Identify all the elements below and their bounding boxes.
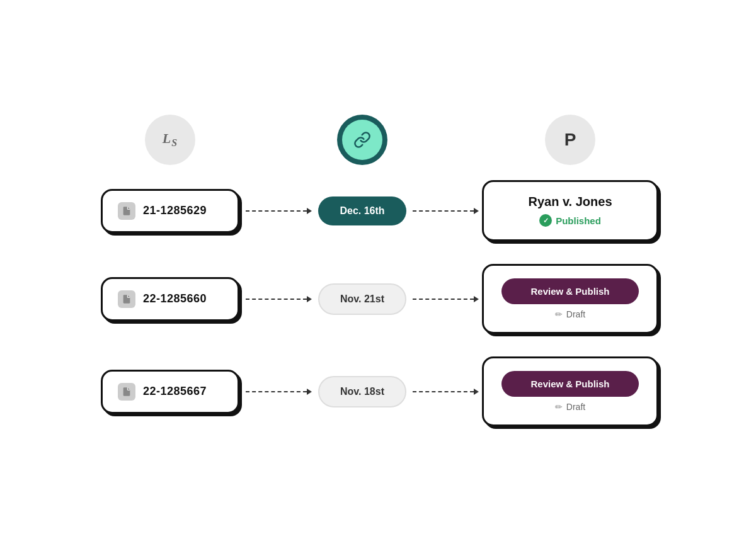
ls-logo-text: LS bbox=[163, 130, 178, 149]
draft-label: Draft bbox=[566, 402, 585, 412]
file-icon bbox=[118, 290, 135, 308]
right-connector bbox=[413, 389, 479, 395]
date-pill: Nov. 21st bbox=[318, 283, 406, 315]
case-card: 22-1285660 bbox=[101, 277, 239, 321]
pub-title: Ryan v. Jones bbox=[528, 195, 612, 209]
published-badge: ✓ Published bbox=[539, 214, 601, 227]
link-logo-icon bbox=[337, 115, 387, 165]
case-number: 21-1285629 bbox=[143, 204, 207, 217]
diagram-row: 22-1285660 Nov. 21st Review & Publish ✏ … bbox=[94, 264, 662, 334]
p-logo-text: P bbox=[564, 130, 576, 150]
case-card: 21-1285629 bbox=[101, 189, 239, 233]
publication-card: Review & Publish ✏ Draft bbox=[482, 264, 658, 334]
left-connector bbox=[246, 389, 312, 395]
right-connector bbox=[413, 296, 479, 302]
left-connector bbox=[246, 208, 312, 214]
left-connector bbox=[246, 296, 312, 302]
diagram-row: 22-1285667 Nov. 18st Review & Publish ✏ … bbox=[94, 356, 662, 426]
check-icon: ✓ bbox=[539, 214, 552, 227]
published-label: Published bbox=[556, 215, 601, 226]
file-icon bbox=[118, 383, 135, 401]
file-icon bbox=[118, 202, 135, 220]
ls-logo-icon: LS bbox=[145, 115, 195, 165]
review-publish-button[interactable]: Review & Publish bbox=[501, 278, 639, 304]
date-pill: Dec. 16th bbox=[318, 196, 406, 225]
publication-card: Ryan v. Jones ✓ Published bbox=[482, 180, 658, 241]
chain-link-icon bbox=[353, 131, 371, 149]
diagram-row: 21-1285629 Dec. 16th Ryan v. Jones ✓ Pub… bbox=[94, 180, 662, 241]
pencil-icon: ✏ bbox=[555, 309, 563, 319]
date-pill: Nov. 18st bbox=[318, 376, 406, 407]
right-connector bbox=[413, 208, 479, 214]
case-number: 22-1285667 bbox=[143, 385, 207, 398]
review-publish-button[interactable]: Review & Publish bbox=[501, 371, 639, 397]
case-number: 22-1285660 bbox=[143, 292, 207, 305]
publication-card: Review & Publish ✏ Draft bbox=[482, 356, 658, 426]
draft-label: Draft bbox=[566, 309, 585, 319]
p-logo-icon: P bbox=[545, 115, 595, 165]
draft-badge: ✏ Draft bbox=[555, 309, 585, 319]
case-card: 22-1285667 bbox=[101, 370, 239, 414]
draft-badge: ✏ Draft bbox=[555, 402, 585, 412]
pencil-icon: ✏ bbox=[555, 402, 563, 412]
